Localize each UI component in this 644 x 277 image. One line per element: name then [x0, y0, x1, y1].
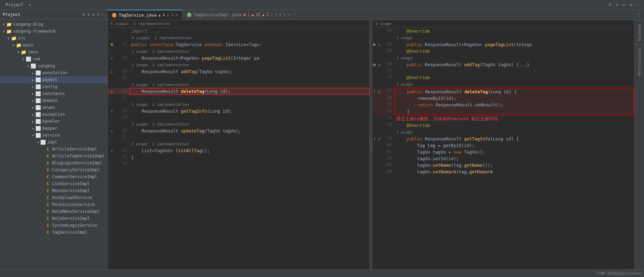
code-text: @Override — [396, 75, 430, 80]
package-icon: ⬜ — [35, 105, 41, 110]
sidebar-item-constants[interactable]: ▶ ⬜ constants — [0, 90, 107, 97]
line-content: @Override — [395, 28, 634, 34]
toolbar-minimize[interactable]: — — [634, 2, 641, 7]
right-code-content[interactable]: 34 @Override 1 usage — [373, 28, 634, 269]
sidebar-item-RoleMenuServiceImpl[interactable]: C RoleMenuServiceImpl — [0, 208, 107, 215]
project-dropdown[interactable]: ▾ — [26, 2, 34, 7]
sidebar-icon-4[interactable]: ⚙ — [97, 12, 100, 17]
tree-label: mapper — [42, 126, 57, 131]
tab-close-right[interactable]: × — [288, 12, 290, 17]
toolbar-list[interactable]: ≡ — [614, 2, 621, 7]
line-content: tagVo.setRemark(tag.getRemark — [395, 168, 634, 175]
side-tab-notifications[interactable]: Notifications — [636, 45, 643, 78]
class-icon: C — [45, 223, 51, 228]
project-menu[interactable]: Project — [3, 2, 26, 7]
sidebar-item-annotation[interactable]: ▶ ⬜ annotation — [0, 69, 107, 76]
line-gutter: ● @ — [373, 61, 381, 68]
line-content: public ResponseResult<PageVo> pageTagLis… — [395, 41, 634, 48]
sidebar-item-sangeng-blog[interactable]: ▼ 📁 sangeng-blog — [0, 21, 107, 28]
sidebar-item-service[interactable]: ▼ ⬜ service — [0, 132, 107, 139]
table-row: ↑ @ 73 public ResponseResult deleteTag(L… — [373, 88, 634, 95]
sidebar-item-TagServiceImpl[interactable]: C TagServiceImpl — [0, 229, 107, 236]
line-content: 1 usage 1 implementation — [130, 48, 369, 55]
class-icon: C — [45, 146, 51, 152]
editor-splitter[interactable] — [370, 20, 373, 269]
sidebar-icon-5[interactable]: — — [102, 12, 104, 17]
line-gutter — [108, 95, 116, 101]
sidebar-item-RoleServiceImpl[interactable]: C RoleServiceImpl — [0, 215, 107, 222]
class-icon: C — [45, 230, 51, 235]
sidebar-icon-3[interactable]: ⇌ — [92, 12, 95, 17]
at-icon: @ — [378, 43, 380, 46]
line-number — [116, 28, 130, 34]
tab-tagservice[interactable]: I TagService.java ▲ 4 ∧ ∨ × — [108, 10, 183, 20]
line-gutter — [108, 140, 116, 147]
sidebar-item-OssUploadService[interactable]: C OssUploadService — [0, 194, 107, 201]
line-gutter — [373, 48, 381, 54]
tab-menu-right[interactable]: ⋮ — [634, 10, 644, 20]
sidebar-item-exception[interactable]: ▶ ⬜ exception — [0, 111, 107, 118]
line-content: TagVo tagVo = new TagVo(); — [395, 149, 634, 155]
code-text: @Override — [396, 28, 430, 34]
sidebar-item-java[interactable]: ▼ 📁 java — [0, 49, 107, 55]
sidebar-item-mapper[interactable]: ▶ ⬜ mapper — [0, 125, 107, 132]
sidebar-item-src[interactable]: ▼ 📁 src — [0, 35, 107, 42]
sidebar-icon-2[interactable]: ≡ — [87, 12, 90, 17]
tree-label: ArticleServiceImpl — [52, 147, 97, 152]
tree-arrow: ▶ — [31, 106, 35, 110]
sidebar-item-MenuServiceImpl[interactable]: C MenuServiceImpl — [0, 187, 107, 194]
sidebar-item-BlogLoginServiceImpl[interactable]: C BlogLoginServiceImpl — [0, 159, 107, 166]
sidebar-item-com[interactable]: ▼ ⬜ com — [0, 55, 107, 62]
sidebar-item-ArticleServiceImpl[interactable]: C ArticleServiceImpl — [0, 146, 107, 153]
line-number: 12 — [116, 41, 130, 48]
table-row: 34 @Override — [373, 28, 634, 34]
right-editor-panel: 1 usage 34 @Override — [373, 20, 634, 269]
line-gutter — [108, 81, 116, 88]
sidebar-item-handler[interactable]: ▶ ⬜ handler — [0, 118, 107, 125]
sidebar-item-LinkServiceImpl[interactable]: C LinkServiceImpl — [0, 180, 107, 187]
line-number: 71 — [381, 68, 395, 74]
line-content: public ResponseResult deleteTag(Long id)… — [395, 88, 634, 95]
line-content: removeById(id); — [395, 95, 634, 102]
folder-icon: 📁 — [6, 28, 12, 34]
class-icon: C — [45, 195, 51, 200]
line-gutter — [373, 81, 381, 88]
tree-arrow: ▼ — [35, 140, 40, 144]
sidebar-item-impl[interactable]: ▼ ⬜ impl — [0, 139, 107, 146]
sidebar-item-CategoryServiceImpl[interactable]: C CategoryServiceImpl — [0, 166, 107, 173]
left-code-content[interactable]: import ...; 4 usages 1 implementation — [108, 28, 369, 269]
sidebar-item-sangeng-framework[interactable]: ▼ 📁 sangeng-framework — [0, 28, 107, 35]
at-icon: @ — [378, 63, 380, 67]
sidebar-item-config[interactable]: ▶ ⬜ config — [0, 83, 107, 90]
table-row: ↑ @ 79 public ResponseResult getTagInfo(… — [373, 136, 634, 142]
kebab-icon[interactable]: ⋮ — [637, 12, 641, 17]
sidebar-item-ArticleTagServiceImpl[interactable]: C ArticleTagServiceImpl — [0, 153, 107, 159]
tab-close-left[interactable]: × — [176, 13, 178, 17]
sidebar-item-CommentServiceImpl[interactable]: C CommentServiceImpl — [0, 173, 107, 180]
tab-tagserviceimpl[interactable]: C TagServiceImpl.java ● 1 ▲ 12 ▲ 2 ✓ 1 ∧… — [183, 10, 295, 20]
right-code-table: 34 @Override 1 usage — [373, 28, 634, 175]
line-gutter — [373, 122, 381, 129]
sidebar-item-SystemLoginService[interactable]: C SystemLoginService — [0, 222, 107, 229]
sidebar-item-domain[interactable]: ▶ ⬜ domain — [0, 97, 107, 104]
sidebar-icon-1[interactable]: ⊕ — [83, 12, 85, 17]
line-gutter — [373, 155, 381, 162]
toolbar-add[interactable]: ⊕ — [607, 2, 614, 7]
sidebar-item-sangeng[interactable]: ▼ ⬜ sangeng — [0, 62, 107, 69]
line-content — [395, 68, 634, 74]
line-gutter: ↓ — [108, 108, 116, 114]
code-text: } — [396, 109, 410, 114]
toolbar-sync[interactable]: ⇌ — [621, 2, 628, 7]
side-tab-database[interactable]: Database — [636, 21, 643, 44]
sidebar-item-PermissionService[interactable]: C PermissionService — [0, 201, 107, 208]
sidebar-item-enums[interactable]: ▶ ⬜ enums — [0, 104, 107, 111]
line-number: 22 — [116, 147, 130, 154]
toolbar-settings[interactable]: ⚙ — [627, 2, 634, 7]
sidebar-item-aspect[interactable]: ▶ ⬜ aspect — [0, 76, 107, 83]
line-content: 通过主键id删除，实体类@TableId 标注主键字段 — [395, 115, 634, 122]
tree-label: aspect — [42, 77, 57, 82]
line-gutter: ↓ — [108, 68, 116, 75]
sidebar-item-main[interactable]: ▼ 📁 main — [0, 42, 107, 49]
line-content: ResponseResult addTag(TagVo tagVo); — [130, 68, 369, 75]
tree-label: annotation — [42, 70, 67, 75]
